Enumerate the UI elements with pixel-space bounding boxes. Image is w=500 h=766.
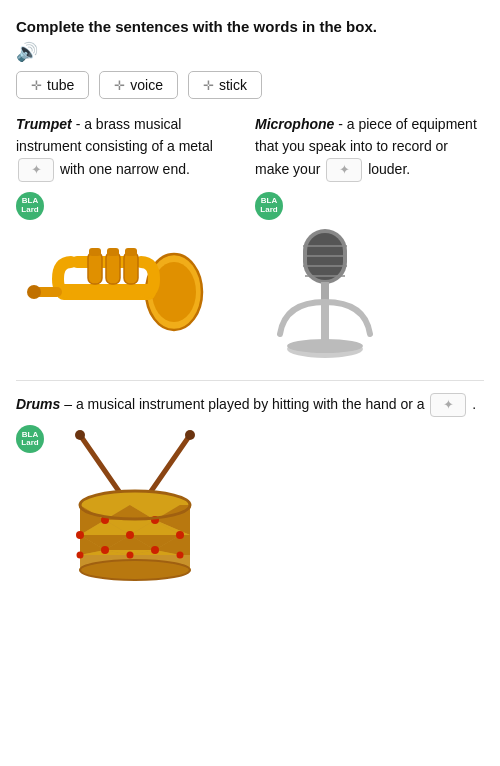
- word-chip-stick[interactable]: ✛ stick: [188, 71, 262, 99]
- svg-point-55: [177, 552, 184, 559]
- microphone-drop-icon: ✦: [339, 160, 350, 181]
- drums-image-row: BLALard: [16, 425, 484, 585]
- svg-point-51: [101, 546, 109, 554]
- svg-point-48: [76, 531, 84, 539]
- drag-icon-stick: ✛: [203, 78, 214, 93]
- drums-def-end: .: [472, 396, 476, 412]
- drums-term: Drums: [16, 396, 60, 412]
- svg-rect-10: [125, 248, 137, 256]
- svg-point-12: [27, 285, 41, 299]
- drums-definition: Drums – a musical instrument played by h…: [16, 393, 484, 417]
- trumpet-definition: Trumpet - a brass musical instrument con…: [16, 113, 245, 182]
- svg-point-26: [185, 430, 195, 440]
- microphone-svg: [255, 224, 395, 364]
- microphone-drop-target[interactable]: ✦: [326, 158, 362, 182]
- svg-rect-20: [321, 302, 329, 342]
- svg-point-50: [176, 531, 184, 539]
- drag-icon-tube: ✛: [31, 78, 42, 93]
- word-chip-tube[interactable]: ✛ tube: [16, 71, 89, 99]
- drums-drop-target[interactable]: ✦: [430, 393, 466, 417]
- word-chip-voice[interactable]: ✛ voice: [99, 71, 178, 99]
- definitions-row: Trumpet - a brass musical instrument con…: [16, 113, 484, 182]
- trumpet-svg: [16, 224, 206, 339]
- svg-point-22: [287, 339, 363, 353]
- word-chip-voice-label: voice: [130, 77, 163, 93]
- drums-audio-badge[interactable]: BLALard: [16, 425, 44, 453]
- trumpet-def-part2: with one narrow end.: [60, 161, 190, 177]
- svg-point-53: [77, 552, 84, 559]
- svg-point-54: [127, 552, 134, 559]
- trumpet-term: Trumpet: [16, 116, 72, 132]
- speaker-icon-area[interactable]: 🔊: [16, 41, 484, 63]
- microphone-image-col: BLALard: [255, 192, 484, 364]
- trumpet-image-col: BLALard: [16, 192, 245, 339]
- microphone-def-part2: louder.: [368, 161, 410, 177]
- word-chip-tube-label: tube: [47, 77, 74, 93]
- svg-point-52: [151, 546, 159, 554]
- svg-rect-9: [107, 248, 119, 256]
- svg-point-49: [126, 531, 134, 539]
- trumpet-drop-target[interactable]: ✦: [18, 158, 54, 182]
- trumpet-drop-icon: ✦: [31, 160, 42, 181]
- microphone-definition: Microphone - a piece of equipment that y…: [255, 113, 484, 182]
- drums-section: Drums – a musical instrument played by h…: [16, 393, 484, 585]
- instruments-image-row: BLALard: [16, 192, 484, 364]
- svg-point-24: [75, 430, 85, 440]
- trumpet-audio-badge[interactable]: BLALard: [16, 192, 44, 220]
- drums-def-text: – a musical instrument played by hitting…: [64, 396, 428, 412]
- svg-rect-7: [124, 252, 138, 284]
- drums-drop-icon: ✦: [443, 395, 454, 416]
- microphone-term: Microphone: [255, 116, 334, 132]
- drag-icon-voice: ✛: [114, 78, 125, 93]
- word-bank: ✛ tube ✛ voice ✛ stick: [16, 71, 484, 99]
- speaker-icon: 🔊: [16, 42, 38, 62]
- svg-rect-8: [89, 248, 101, 256]
- microphone-audio-badge[interactable]: BLALard: [255, 192, 283, 220]
- svg-rect-5: [88, 252, 102, 284]
- instruction-text: Complete the sentences with the words in…: [16, 18, 484, 35]
- word-chip-stick-label: stick: [219, 77, 247, 93]
- drums-svg: [50, 425, 220, 585]
- section-divider: [16, 380, 484, 381]
- svg-rect-6: [106, 252, 120, 284]
